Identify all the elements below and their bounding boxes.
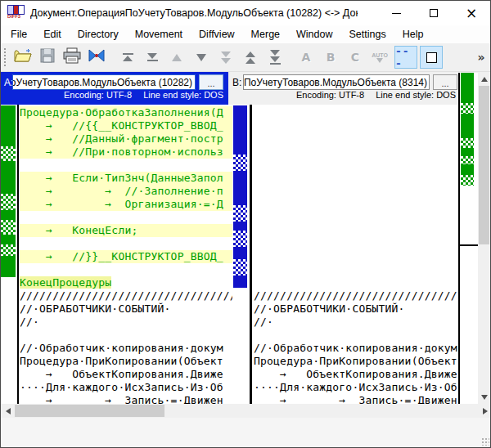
overview-view-rectangle: [458, 244, 478, 246]
resize-grip[interactable]: [481, 437, 489, 446]
code-line: ////////////////////////////////////////: [254, 289, 457, 302]
code-line: → //{{__КОНСТРУКТОР_ВВОД_: [20, 119, 232, 132]
scroll-up-button[interactable]: [478, 73, 490, 86]
go-prev-delta-button[interactable]: [164, 46, 189, 69]
go-next-conflict-icon: [221, 52, 231, 64]
go-next-unsolved-conflict-button[interactable]: [263, 46, 287, 69]
overview-column[interactable]: [458, 73, 478, 404]
toolbar-grip[interactable]: [3, 47, 7, 67]
menu-window[interactable]: Window: [288, 26, 340, 43]
diff-band-solid: [461, 148, 474, 156]
diff-band-solid: [1, 210, 16, 220]
code-line: Процедура·ОбработкаЗаполнения(Д: [20, 106, 232, 119]
diff-band-solid: [461, 164, 474, 175]
go-next-conflict-button[interactable]: [214, 46, 238, 69]
file-b-input[interactable]: цияПоУчетуТоваров.МодульОбъекта (8314): [243, 74, 430, 90]
pane-a-text[interactable]: Процедура·ОбработкаЗаполнения(Д → //{{__…: [20, 105, 232, 404]
code-line: [254, 146, 457, 159]
code-line: Процедура·ПриКопировании(Объект: [20, 355, 232, 368]
go-next-unsolved-conflict-icon: [270, 50, 281, 65]
menu-bar: FileEditDirectoryMovementDiffviewMergeWi…: [1, 25, 490, 43]
scroll-down-button[interactable]: [478, 391, 490, 404]
pane-b-text[interactable]: ////////////////////////////////////////…: [254, 105, 457, 404]
menu-help[interactable]: Help: [394, 26, 432, 43]
pane-b-label: B:: [232, 75, 241, 91]
horizontal-scrollbar[interactable]: [1, 404, 491, 418]
maximize-button[interactable]: [415, 1, 453, 25]
diff-band-solid: [461, 73, 474, 103]
code-line: [20, 237, 232, 250]
code-line: → → Запись·=·Движен: [20, 394, 232, 404]
browse-a-button[interactable]: ...: [199, 74, 223, 90]
menu-file[interactable]: File: [2, 26, 35, 43]
toolbar-overflow-button[interactable]: »: [474, 46, 489, 69]
show-whitespace-characters-button[interactable]: ---: [394, 46, 417, 69]
diff-band-hatch: [233, 231, 247, 247]
code-line: → → Запись·=·Движен: [254, 394, 457, 404]
go-last-delta-icon: [147, 53, 158, 61]
menu-settings[interactable]: Settings: [341, 26, 394, 43]
go-first-delta-button[interactable]: [115, 46, 140, 69]
scroll-right-button[interactable]: [478, 404, 491, 418]
go-current-delta-button[interactable]: [84, 46, 109, 69]
browse-b-button[interactable]: ...: [433, 74, 457, 90]
code-line: → //Данный·фрагмент·постр: [20, 132, 232, 146]
select-line-b-button[interactable]: B: [318, 46, 343, 69]
diff-band-solid: [461, 114, 474, 138]
code-line: //·: [20, 316, 232, 329]
diff-band-solid: [1, 161, 16, 194]
code-line: [254, 329, 457, 342]
diff-band-hatch: [461, 156, 474, 164]
show-whitespace-button[interactable]: [420, 46, 443, 69]
code-line: [254, 211, 457, 224]
go-current-delta-icon: [87, 48, 106, 66]
diff-band-hatch: [233, 259, 247, 276]
horizontal-scrollbar-thumb[interactable]: [15, 405, 164, 417]
code-line: [20, 263, 232, 276]
code-line: [254, 119, 457, 132]
diff-band-hatch: [1, 220, 16, 235]
menu-edit[interactable]: Edit: [35, 26, 70, 43]
diff-band-hatch: [1, 194, 16, 210]
save-file-button[interactable]: [35, 46, 60, 69]
go-prev-unsolved-conflict-icon: [246, 52, 255, 64]
select-line-a-button[interactable]: A: [294, 46, 318, 69]
vertical-scrollbar[interactable]: [478, 73, 490, 404]
go-next-delta-button[interactable]: [189, 46, 214, 69]
code-line: → ОбъектКопирования.Движе: [20, 368, 232, 381]
menu-diffview[interactable]: Diffview: [191, 26, 243, 43]
code-line: [254, 276, 457, 289]
code-line: [254, 185, 457, 198]
go-prev-unsolved-conflict-button[interactable]: [238, 46, 263, 69]
diff-band-solid: [1, 256, 16, 277]
diff-band-solid: [233, 222, 247, 231]
close-button[interactable]: ×: [453, 1, 490, 25]
arrow-down-icon: [481, 395, 488, 400]
status-bar: [1, 418, 491, 448]
go-last-delta-button[interactable]: [140, 46, 164, 69]
select-line-a-icon: A: [302, 51, 311, 64]
code-line: → //При·повторном·использ: [20, 146, 232, 159]
open-file-button[interactable]: [11, 46, 35, 69]
code-line: //·: [254, 316, 457, 329]
code-line: → → //·Заполнение·п: [20, 185, 232, 198]
select-line-c-button[interactable]: C: [343, 46, 367, 69]
menu-directory[interactable]: Directory: [70, 26, 127, 43]
minimize-button[interactable]: [377, 1, 415, 25]
scroll-left-button[interactable]: [1, 404, 15, 418]
diff-band-hatch: [461, 138, 474, 148]
code-line: [254, 224, 457, 237]
menu-merge[interactable]: Merge: [243, 26, 288, 43]
code-line: [254, 172, 457, 185]
pane-a-summary-column: [1, 105, 16, 404]
toolbar: ABCAUTO---»: [1, 43, 490, 72]
print-button[interactable]: [60, 46, 84, 69]
show-whitespace-characters-icon: ---: [395, 45, 417, 69]
file-a-input[interactable]: яПоУчетуТоваров.МодульОбъекта (10282): [12, 74, 196, 90]
code-line: [20, 159, 232, 172]
vertical-scrollbar-thumb[interactable]: [479, 86, 489, 244]
diff-band-solid: [233, 105, 247, 155]
menu-movement[interactable]: Movement: [127, 26, 191, 43]
code-line: //·Обработчик·копирования·докум: [254, 342, 457, 355]
auto-advance-button[interactable]: AUTO: [367, 46, 392, 69]
